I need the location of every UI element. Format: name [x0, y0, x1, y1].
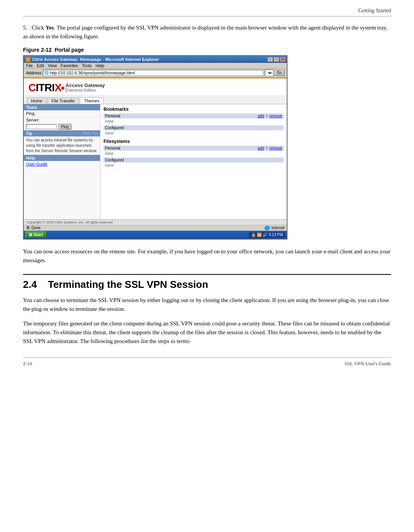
status-right: 🌐 Internet [264, 226, 284, 230]
done-icon: 🖹 [26, 226, 30, 230]
systray-time: 3:13 PM [269, 233, 283, 237]
help-section: User Guide [24, 161, 100, 167]
menu-help[interactable]: Help [95, 63, 104, 68]
fs-personal-row: Personal add | remove [104, 146, 284, 151]
fs-personal-actions: add | remove [258, 146, 282, 150]
go-button[interactable]: Go [274, 70, 284, 76]
bm-configured-label: Configured [105, 126, 124, 130]
browser-menubar[interactable]: File Edit View Favorites Tools Help [24, 63, 287, 69]
logo-area: CITRIX Access Gateway Enterprise Edition [28, 82, 105, 94]
fs-add-link[interactable]: add [258, 146, 264, 150]
start-windows-icon: ⊞ [29, 232, 32, 237]
section-24-para2: The temporary files generated on the cli… [23, 319, 391, 346]
step5-number: 5. [23, 25, 30, 31]
portal-tabs[interactable]: Home File Transfer Themes [24, 96, 287, 104]
minimize-button[interactable]: − [268, 57, 273, 62]
guide-title: SSL VPN User's Guide [345, 361, 391, 367]
filesystems-title: Filesystems [104, 139, 284, 144]
portal-header: CITRIX Access Gateway Enterprise Edition [24, 79, 287, 96]
bm-personal-value: none [104, 119, 284, 124]
address-dropdown[interactable] [265, 69, 273, 76]
user-guide-link[interactable]: User Guide [26, 162, 48, 166]
restore-button[interactable]: □ [274, 57, 279, 62]
step5-before-bold: Click [32, 25, 46, 31]
logo-ITRI: ITRI [36, 82, 54, 94]
bm-personal-actions: add | remove [258, 114, 282, 118]
fs-personal-label: Personal [105, 146, 120, 150]
close-button[interactable]: × [280, 57, 285, 62]
status-done-text: Done [31, 226, 41, 230]
fs-personal-value: none [104, 151, 284, 156]
address-icon: 🌐 [44, 71, 49, 75]
help-header: Help [24, 155, 100, 161]
logo-subtitle-line2: Enterprise Edition [66, 88, 105, 92]
address-input[interactable]: 🌐 http://10.102.6.36/vpns/portal/homepag… [43, 70, 263, 76]
systray-icons: 🔒 📶 🔊 [251, 233, 267, 237]
fs-configured-label: Configured [105, 158, 124, 162]
bm-configured-row: Configured [104, 125, 284, 130]
step5-after: . The portal page configured by the SSL … [23, 25, 388, 39]
server-label: Server: [26, 118, 39, 122]
section-24-title: Terminating the SSL VPN Session [48, 279, 208, 290]
logo-C: C [28, 82, 36, 94]
internet-icon: 🌐 [264, 226, 270, 230]
fs-configured-value: none [104, 163, 284, 168]
page-footer: 2-10 SSL VPN User's Guide [23, 357, 391, 367]
tip-header: Tip Next Tip [24, 130, 100, 136]
taskbar: ⊞ Start 🔒 📶 🔊 3:13 PM [24, 231, 287, 239]
page-number: 2-10 [23, 361, 32, 367]
browser-titlebar: e Citrix Access Gateway: Homepage - Micr… [24, 56, 287, 63]
start-button[interactable]: ⊞ Start [25, 232, 46, 238]
citrix-logo: CITRIX Access Gateway Enterprise Edition [28, 82, 105, 94]
tab-themes[interactable]: Themes [80, 97, 104, 104]
start-label: Start [33, 232, 43, 237]
menu-favorites[interactable]: Favorites [61, 63, 78, 68]
systray: 🔒 📶 🔊 3:13 PM [249, 232, 285, 238]
step5-text: 5. Click Yes. The portal page configured… [23, 23, 391, 41]
next-tip-link[interactable]: Next Tip [83, 131, 98, 136]
section-24-heading: 2.4 Terminating the SSL VPN Session [23, 274, 391, 291]
bm-personal-row: Personal add | remove [104, 113, 284, 118]
ping-server-input[interactable] [26, 124, 57, 129]
ping-label: Ping [24, 110, 100, 117]
titlebar-left: e Citrix Access Gateway: Homepage - Micr… [25, 57, 159, 62]
address-url: http://10.102.6.36/vpns/portal/homepage.… [50, 71, 135, 75]
browser-title: Citrix Access Gateway: Homepage - Micros… [32, 57, 159, 62]
ping-button[interactable]: Ping [58, 124, 71, 130]
logo-X: X [54, 82, 61, 94]
portal-right-column: Bookmarks Personal add | remove none Con… [100, 104, 287, 219]
browser-controls[interactable]: − □ × [268, 57, 285, 62]
tab-home[interactable]: Home [27, 97, 46, 104]
header-right-text: Getting Started [358, 8, 391, 14]
portal-body: CITRIX Access Gateway Enterprise Edition… [24, 77, 287, 225]
logo-subtitle: Access Gateway Enterprise Edition [66, 82, 105, 92]
menu-file[interactable]: File [26, 63, 33, 68]
bm-configured-value: none [104, 131, 284, 136]
menu-edit[interactable]: Edit [37, 63, 44, 68]
tools-header: Tools [24, 104, 100, 110]
section-24-number: 2.4 [23, 279, 37, 290]
logo-text: CITRIX [28, 82, 65, 94]
after-figure-text: You can now access resources on the remo… [23, 247, 391, 265]
page-header: Getting Started [23, 8, 391, 16]
section-24-para1: You can choose to terminate the SSL VPN … [23, 296, 391, 314]
tip-label: Tip [26, 131, 32, 136]
menu-tools[interactable]: Tools [82, 63, 92, 68]
portal-main: Tools Ping Server: Ping Tip Next Tip You… [24, 104, 287, 219]
fs-remove-link[interactable]: remove [269, 146, 282, 150]
step5-bold: Yes [46, 25, 54, 31]
fs-configured-row: Configured [104, 158, 284, 163]
ping-row: Server: [24, 117, 100, 123]
ping-input-row: Ping [24, 123, 100, 130]
status-left: 🖹 Done [26, 226, 41, 230]
browser-addressbar: Address 🌐 http://10.102.6.36/vpns/portal… [24, 69, 287, 77]
tip-text: You can access intranet file systems by … [24, 136, 100, 155]
bm-add-link[interactable]: add [258, 114, 264, 118]
portal-footer: Copyright © 2005 Citrix Systems, Inc. Al… [24, 219, 287, 225]
bookmarks-title: Bookmarks [104, 107, 284, 112]
menu-view[interactable]: View [48, 63, 57, 68]
figure-label: Figure 2-12 Portal page [23, 47, 391, 53]
bm-remove-link[interactable]: remove [269, 114, 282, 118]
tab-file-transfer[interactable]: File Transfer [47, 97, 79, 104]
internet-label: Internet [271, 226, 284, 230]
